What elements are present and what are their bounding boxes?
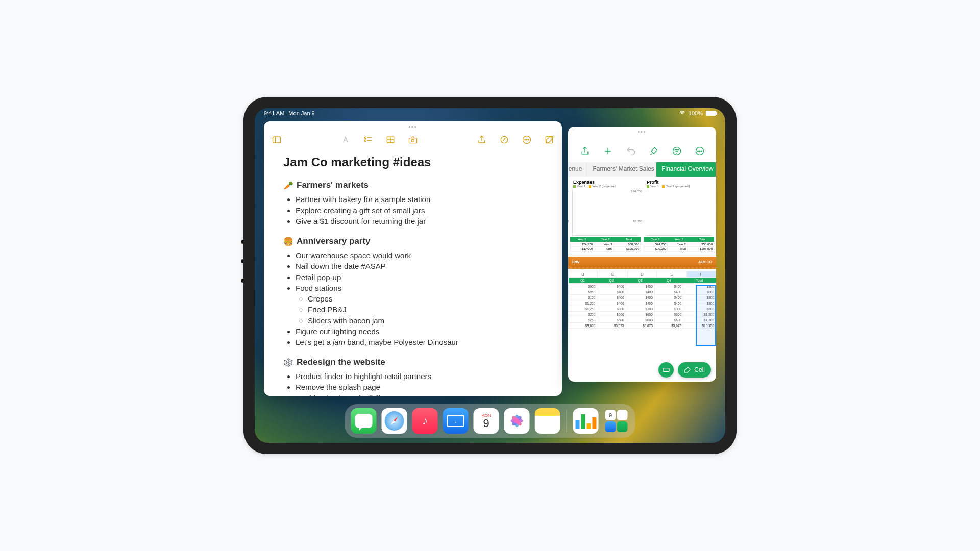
note-content[interactable]: Jam Co marketing #ideas 🥕 Farmers' marke… (264, 151, 562, 396)
numbers-app-window[interactable]: ••• enue Farmers' Market Sales Financial… (568, 127, 716, 382)
music-app-icon[interactable]: ♪ (412, 408, 438, 434)
add-icon[interactable] (602, 145, 614, 157)
notes-app-window[interactable]: ••• Jam Co marketing #ideas 🥕 (264, 121, 562, 396)
undo-icon[interactable] (625, 145, 636, 157)
section-heading: Redesign the website (297, 357, 385, 368)
svg-point-4 (364, 140, 366, 141)
list-item: Retail pop-up (296, 272, 543, 283)
list-item: Our warehouse space would work (296, 251, 543, 261)
battery-percent: 100% (689, 110, 703, 116)
status-bar: 9:41 AM Mon Jan 9 100% (255, 108, 725, 118)
list-item: Partner with bakery for a sample station (296, 194, 543, 205)
wifi-icon (679, 110, 685, 117)
section-banner: iew JAM CO (568, 257, 716, 269)
camera-icon[interactable] (407, 134, 419, 145)
section-heading: Farmers' markets (297, 180, 369, 191)
markup-icon[interactable] (499, 134, 510, 145)
chart-title: Profit (644, 180, 714, 185)
sheet-tab-active[interactable]: Financial Overview (656, 162, 716, 177)
note-title: Jam Co marketing #ideas (283, 154, 543, 170)
ipad-screen: 9:41 AM Mon Jan 9 100% ••• (255, 108, 725, 443)
more-icon[interactable] (694, 145, 705, 157)
svg-point-14 (526, 139, 527, 140)
charts-area: Expenses Year 1Year 2 (projected) Year 1… (568, 177, 716, 254)
format-brush-icon[interactable] (648, 145, 659, 157)
checklist-icon[interactable] (362, 134, 374, 145)
list-item: Remove the splash page (296, 382, 543, 392)
column-headers[interactable]: BCDEF (568, 271, 716, 278)
share-icon[interactable] (579, 145, 591, 157)
burger-emoji-icon: 🍔 (283, 236, 293, 247)
status-date: Mon Jan 9 (288, 110, 314, 116)
svg-point-25 (699, 151, 700, 152)
note-section: 🥕 Farmers' markets Partner with bakery f… (283, 180, 543, 227)
notes-toolbar (264, 129, 562, 151)
list-item: Give a $1 discount for returning the jar (296, 216, 543, 227)
messages-app-icon[interactable] (351, 408, 377, 434)
numbers-app-icon[interactable] (573, 408, 599, 434)
sheet-tabs: enue Farmers' Market Sales Financial Ove… (568, 162, 716, 177)
svg-point-19 (673, 147, 680, 155)
photos-app-icon[interactable] (504, 408, 530, 434)
list-item: Food stations (296, 283, 543, 293)
list-item: Let's get a jam band, maybe Polyester Di… (296, 337, 543, 347)
list-item: Sliders with bacon jam (308, 316, 543, 326)
chart-title: Expenses (570, 180, 641, 185)
spreadsheet-area[interactable]: Q1Q2Q3Q4Total $900$400$400$400$800 $950$… (568, 278, 716, 329)
hardware-buttons (241, 240, 243, 283)
cell-button-label: Cell (694, 366, 705, 373)
sheet-tab[interactable]: enue (568, 162, 587, 177)
sidebar-toggle-icon[interactable] (271, 134, 282, 145)
list-item: Explore creating a gift set of small jar… (296, 206, 543, 216)
recent-apps-icon[interactable]: 9 (604, 408, 629, 434)
sheet-tab[interactable]: Farmers' Market Sales (587, 162, 656, 177)
safari-app-icon[interactable] (382, 408, 407, 434)
window-handle-icon[interactable]: ••• (264, 121, 562, 129)
more-icon[interactable] (521, 134, 532, 145)
list-item: Nail down the date #ASAP (296, 261, 543, 271)
svg-point-10 (412, 139, 414, 142)
expenses-chart[interactable]: Expenses Year 1Year 2 (projected) Year 1… (570, 180, 641, 252)
battery-icon (706, 111, 716, 116)
data-table[interactable]: Q1Q2Q3Q4Total $900$400$400$400$800 $950$… (568, 278, 716, 329)
list-item: Product finder to highlight retail partn… (296, 371, 543, 382)
window-handle-icon[interactable]: ••• (568, 127, 716, 134)
svg-point-13 (525, 139, 526, 140)
keyboard-button[interactable] (658, 362, 674, 378)
list-item: Fried PB&J (308, 305, 543, 315)
web-emoji-icon: 🕸️ (283, 357, 293, 368)
dock: ♪ MON9 9 (345, 404, 635, 438)
svg-point-2 (364, 137, 366, 138)
svg-point-24 (697, 151, 698, 152)
status-time: 9:41 AM (264, 110, 284, 116)
section-heading: Anniversary party (297, 236, 371, 247)
carrot-emoji-icon: 🥕 (283, 180, 293, 191)
svg-rect-0 (273, 137, 281, 143)
share-icon[interactable] (476, 134, 487, 145)
note-section: 🍔 Anniversary party Our warehouse space … (283, 236, 543, 347)
cell-button[interactable]: Cell (678, 362, 711, 378)
svg-rect-9 (409, 138, 417, 143)
compose-icon[interactable] (544, 134, 555, 145)
profit-chart[interactable]: Profit Year 1Year 2 (projected) Year 1Ye… (644, 180, 714, 252)
calendar-app-icon[interactable]: MON9 (474, 408, 499, 434)
mail-app-icon[interactable] (443, 408, 469, 434)
dock-separator (567, 410, 567, 432)
list-item: Crepes (308, 294, 543, 304)
filter-icon[interactable] (671, 145, 682, 157)
ipad-device: 9:41 AM Mon Jan 9 100% ••• (243, 97, 737, 454)
list-item: Figure out lighting needs (296, 327, 543, 337)
note-section: 🕸️ Redesign the website Product finder t… (283, 357, 543, 396)
svg-rect-27 (663, 368, 669, 372)
chart-legend: Year 1Year 2 (projected) (644, 185, 714, 188)
notes-app-icon[interactable] (535, 408, 560, 434)
text-format-icon[interactable] (340, 134, 351, 145)
chart-legend: Year 1Year 2 (projected) (570, 185, 641, 188)
table-icon[interactable] (385, 134, 396, 145)
svg-point-26 (701, 151, 702, 152)
list-item: Double-check text legibility (296, 393, 543, 396)
numbers-toolbar (568, 140, 716, 162)
svg-point-15 (528, 139, 529, 140)
